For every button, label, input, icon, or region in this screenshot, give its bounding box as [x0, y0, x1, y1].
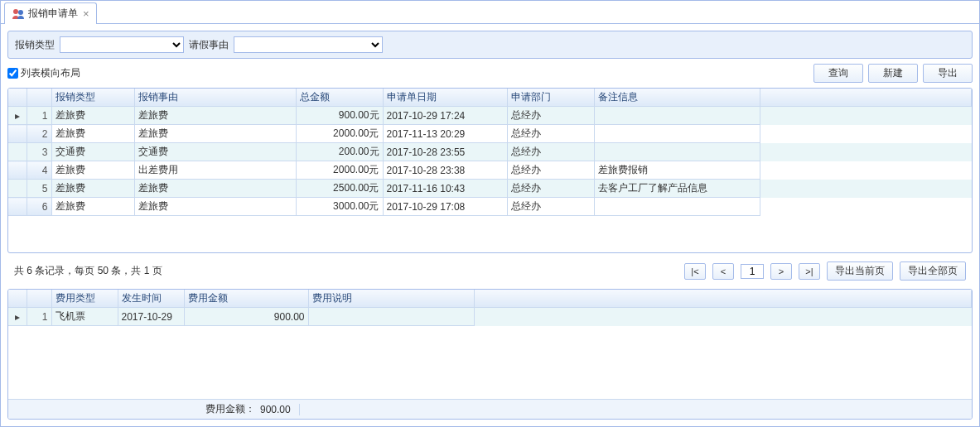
pager-page-input[interactable]: [741, 264, 764, 279]
footer-value: 900.00: [260, 404, 300, 415]
table-row[interactable]: ▸1飞机票2017-10-29900.00: [8, 308, 972, 326]
detail-grid[interactable]: 费用类型发生时间费用金额费用说明 ▸1飞机票2017-10-29900.00: [8, 290, 972, 326]
footer-label: 费用金额：: [205, 402, 255, 416]
layout-checkbox[interactable]: [7, 68, 18, 79]
export-current-button[interactable]: 导出当前页: [827, 261, 893, 281]
layout-checkbox-label: 列表横向布局: [21, 66, 80, 80]
column-header[interactable]: 总金额: [296, 89, 383, 107]
export-button[interactable]: 导出: [923, 64, 973, 83]
filter-type-label: 报销类型: [15, 38, 55, 52]
column-header[interactable]: 申请单日期: [383, 89, 507, 107]
export-all-button[interactable]: 导出全部页: [900, 261, 966, 281]
detail-grid-wrap: 费用类型发生时间费用金额费用说明 ▸1飞机票2017-10-29900.00 费…: [7, 289, 973, 420]
people-icon: [12, 7, 25, 21]
column-header[interactable]: 报销类型: [51, 89, 134, 107]
main-grid[interactable]: 报销类型报销事由总金额申请单日期申请部门备注信息 ▸1差旅费差旅费900.00元…: [8, 89, 972, 216]
column-header[interactable]: 费用类型: [51, 290, 118, 308]
main-grid-wrap: 报销类型报销事由总金额申请单日期申请部门备注信息 ▸1差旅费差旅费900.00元…: [7, 88, 973, 253]
svg-point-0: [13, 9, 18, 14]
column-header[interactable]: 发生时间: [118, 290, 184, 308]
table-row[interactable]: 5差旅费差旅费2500.00元2017-11-16 10:43总经办去客户工厂了…: [8, 180, 972, 198]
pager-summary: 共 6 条记录，每页 50 条，共 1 页: [14, 264, 678, 278]
filter-panel: 报销类型 请假事由: [7, 31, 973, 59]
svg-point-1: [18, 10, 23, 15]
close-icon[interactable]: ×: [83, 7, 89, 20]
table-row[interactable]: 3交通费交通费200.00元2017-10-28 23:55总经办: [8, 143, 972, 161]
layout-checkbox-wrap[interactable]: 列表横向布局: [7, 66, 80, 80]
column-header[interactable]: 报销事由: [134, 89, 296, 107]
tab-expense-form[interactable]: 报销申请单 ×: [4, 2, 97, 24]
pager-next[interactable]: >: [770, 263, 792, 280]
tab-title: 报销申请单: [28, 7, 78, 21]
app-window: 报销申请单 × 报销类型 请假事由 列表横向布局 查询 新建 导出: [0, 0, 980, 427]
toolbar: 列表横向布局 查询 新建 导出: [7, 64, 973, 83]
filter-reason-select[interactable]: [234, 36, 383, 53]
filter-type-select[interactable]: [60, 36, 184, 53]
column-header[interactable]: 费用说明: [308, 290, 474, 308]
table-row[interactable]: 6差旅费差旅费3000.00元2017-10-29 17:08总经办: [8, 198, 972, 216]
column-header[interactable]: 费用金额: [184, 290, 308, 308]
table-row[interactable]: 2差旅费差旅费2000.00元2017-11-13 20:29总经办: [8, 125, 972, 143]
footer-summary: 费用金额： 900.00: [8, 399, 972, 419]
filter-reason-label: 请假事由: [189, 38, 229, 52]
pager-prev[interactable]: <: [712, 263, 734, 280]
tab-bar: 报销申请单 ×: [1, 1, 979, 24]
query-button[interactable]: 查询: [813, 64, 863, 83]
table-row[interactable]: ▸1差旅费差旅费900.00元2017-10-29 17:24总经办: [8, 107, 972, 125]
pager-last[interactable]: >|: [799, 263, 820, 280]
pager-first[interactable]: |<: [684, 263, 706, 280]
column-header[interactable]: 备注信息: [594, 89, 760, 107]
table-row[interactable]: 4差旅费出差费用2000.00元2017-10-28 23:38总经办差旅费报销: [8, 161, 972, 180]
content-area: 报销类型 请假事由 列表横向布局 查询 新建 导出: [1, 24, 979, 426]
pager: 共 6 条记录，每页 50 条，共 1 页 |< < > >| 导出当前页 导出…: [7, 258, 973, 284]
column-header[interactable]: 申请部门: [507, 89, 594, 107]
create-button[interactable]: 新建: [868, 64, 918, 83]
